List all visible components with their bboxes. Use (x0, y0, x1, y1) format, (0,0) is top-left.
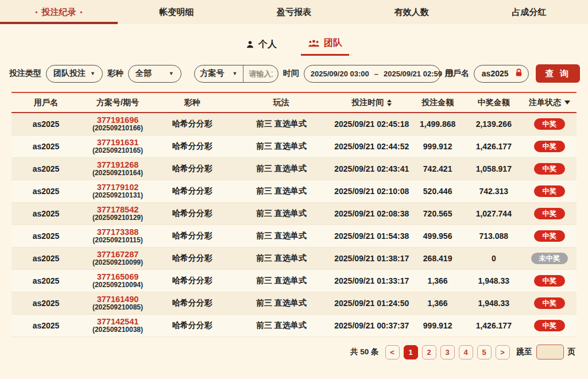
scheme-number-input[interactable] (243, 69, 277, 78)
cell-bet-time: 2025/09/21 02:08:38 (333, 209, 411, 218)
status-badge: 中奖 (534, 163, 565, 175)
cell-username: as2025 (11, 231, 80, 241)
subtab-team[interactable]: 团队 (301, 34, 349, 56)
header-lottery: 彩种 (155, 98, 230, 108)
bet-type-select[interactable]: 团队投注 ▼ (46, 65, 103, 83)
bet-type-value: 团队投注 (53, 68, 86, 79)
time-range-picker[interactable]: 2025/09/20 03:00 – 2025/09/21 02:59 (304, 65, 440, 83)
cell-bet-amount: 720.565 (411, 209, 465, 218)
nav-tab-share-dividend[interactable]: 占成分红 (470, 0, 588, 24)
scheme-number-link[interactable]: 377191696 (80, 115, 155, 125)
table-row: as2025377191631(202509210165)哈希分分彩前三 直选单… (11, 136, 577, 158)
scheme-number-link[interactable]: 377142541 (80, 317, 155, 327)
page-button-1[interactable]: 1 (404, 345, 418, 359)
jump-page-input[interactable] (536, 345, 564, 359)
cell-bet-time: 2025/09/21 01:24:50 (333, 299, 411, 308)
page-unit-label: 页 (568, 347, 576, 357)
header-scheme: 方案号/期号 (80, 98, 155, 107)
bet-records-table: 用戶名 方案号/期号 彩种 玩法 投注时间 投注金额 中奖金额 注单状态 as2… (11, 92, 577, 337)
cell-status: 中奖 (523, 230, 577, 242)
cell-win-amount: 1,027.744 (465, 209, 523, 218)
scheme-search-combo: 方案号 ▼ (194, 65, 278, 83)
nav-tab-bet-records[interactable]: • 投注纪录 • (0, 0, 118, 24)
sort-icon (387, 99, 392, 106)
status-badge: 中奖 (534, 141, 565, 153)
status-badge: 中奖 (534, 208, 565, 220)
sort-bet-time[interactable]: 投注时间 (351, 98, 392, 108)
table-row: as2025377191696(202509210166)哈希分分彩前三 直选单… (11, 113, 577, 136)
scheme-number-link[interactable]: 377178542 (80, 205, 155, 215)
cell-username: as2025 (11, 254, 80, 263)
table-row: as2025377191268(202509210164)哈希分分彩前三 直选单… (11, 158, 577, 180)
subtab-personal-label: 个人 (258, 38, 277, 51)
nav-tab-account-changes[interactable]: 帐变明细 (118, 0, 235, 24)
scheme-number-link[interactable]: 377191631 (80, 138, 155, 148)
cell-status: 中奖 (523, 208, 577, 220)
cell-bet-amount: 1,366 (411, 299, 465, 308)
scheme-field-select[interactable]: 方案号 ▼ (195, 65, 243, 82)
cell-lottery-type: 哈希分分彩 (155, 253, 230, 264)
scheme-number-link[interactable]: 377165069 (80, 272, 155, 282)
subtab-personal[interactable]: 个人 (239, 34, 284, 56)
search-button[interactable]: 查 询 (536, 64, 580, 83)
status-badge: 中奖 (534, 275, 565, 287)
cell-lottery-type: 哈希分分彩 (155, 276, 230, 286)
cell-win-amount: 713.088 (465, 231, 523, 241)
page-button-4[interactable]: 4 (459, 345, 473, 359)
scheme-number-link[interactable]: 377173388 (80, 227, 155, 237)
cell-bet-amount: 1,366 (411, 276, 465, 285)
cell-lottery-type: 哈希分分彩 (155, 186, 230, 196)
username-field-wrap (474, 65, 529, 83)
cell-lottery-type: 哈希分分彩 (155, 320, 230, 331)
time-range-separator: – (374, 69, 378, 78)
cell-scheme-period: 377173388(202509210115) (80, 227, 155, 245)
lottery-type-select[interactable]: 全部 ▼ (128, 65, 181, 83)
cell-win-amount: 1,948.33 (465, 276, 523, 285)
period-number: (202509210131) (80, 192, 155, 200)
scheme-input-wrap (243, 65, 277, 82)
header-bet-time-label: 投注时间 (351, 98, 384, 108)
cell-scheme-period: 377178542(202509210129) (80, 205, 155, 222)
table-row: as2025377178542(202509210129)哈希分分彩前三 直选单… (11, 203, 577, 225)
scope-subtabs: 个人 团队 (0, 34, 588, 56)
nav-tab-active-users[interactable]: 有效人数 (353, 0, 470, 24)
scheme-number-link[interactable]: 377161490 (80, 295, 155, 304)
cell-lottery-type: 哈希分分彩 (155, 164, 230, 174)
period-number: (202509210085) (80, 304, 155, 312)
scheme-number-link[interactable]: 377167287 (80, 250, 155, 260)
nav-tab-label: 帐变明细 (159, 7, 194, 18)
cell-bet-time: 2025/09/21 02:10:08 (333, 187, 411, 196)
page-button-2[interactable]: 2 (422, 345, 436, 359)
nav-tab-label: 盈亏报表 (277, 7, 311, 18)
cell-bet-amount: 499.956 (411, 231, 465, 241)
cell-username: as2025 (11, 276, 80, 285)
username-input[interactable] (482, 69, 515, 78)
page-button-3[interactable]: 3 (440, 345, 455, 359)
pagination: 共 50 条 < 12345 > 跳至 页 (13, 345, 575, 359)
nav-tab-profit-loss-report[interactable]: 盈亏报表 (235, 0, 353, 24)
cell-play-type: 前三 直选单式 (230, 253, 333, 264)
scheme-number-link[interactable]: 377191268 (80, 160, 155, 170)
cell-scheme-period: 377161490(202509210085) (80, 295, 155, 312)
cell-bet-amount: 1,499.868 (411, 119, 465, 129)
chevron-down-icon: ▼ (228, 71, 238, 76)
prev-page-button[interactable]: < (385, 345, 400, 359)
cell-win-amount: 1,426.177 (465, 321, 523, 330)
page-button-5[interactable]: 5 (477, 345, 492, 359)
filter-triangle-icon (564, 100, 570, 105)
scheme-number-link[interactable]: 377179102 (80, 183, 155, 192)
cell-lottery-type: 哈希分分彩 (155, 208, 230, 219)
status-badge: 中奖 (534, 230, 565, 242)
cell-lottery-type: 哈希分分彩 (155, 141, 230, 152)
filter-status[interactable]: 注单状态 (529, 98, 570, 108)
cell-play-type: 前三 直选单式 (230, 298, 333, 308)
table-row: as2025377165069(202509210094)哈希分分彩前三 直选单… (11, 270, 577, 292)
nav-tab-label: 占成分红 (512, 7, 547, 18)
cell-play-type: 前三 直选单式 (230, 320, 333, 331)
lottery-type-value: 全部 (136, 68, 152, 79)
table-row: as2025377173388(202509210115)哈希分分彩前三 直选单… (11, 225, 577, 247)
cell-status: 未中奖 (523, 253, 577, 265)
next-page-button[interactable]: > (496, 345, 510, 359)
cell-username: as2025 (11, 187, 80, 196)
header-status: 注单状态 (523, 98, 577, 108)
